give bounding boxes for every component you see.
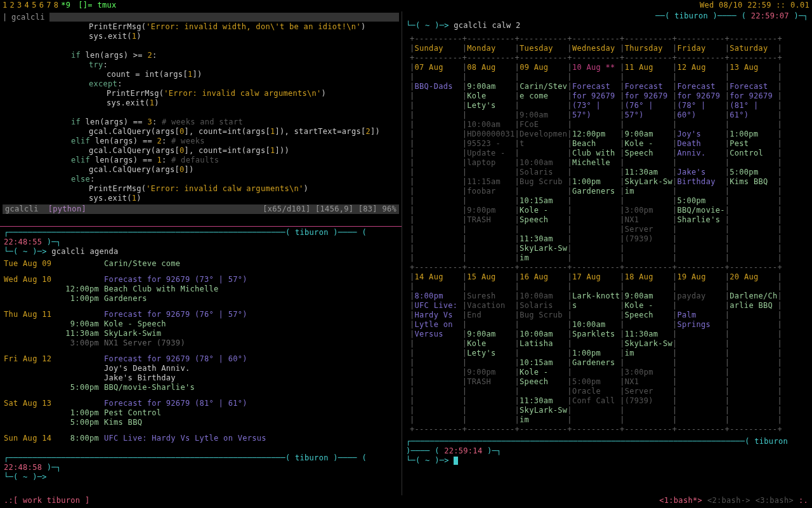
agenda-row: 3:00pmNX1 Server (7939): [4, 338, 398, 348]
cal-row: |Lytle on | | |10:00am | |Springs | |: [406, 320, 808, 330]
agenda-row: 11:30amSkyLark-Swim: [4, 329, 398, 338]
tmux-clock: Wed 08/10 22:59 :: 0.01: [700, 1, 809, 10]
cal-row: |Sunday |Monday |Tuesday |Wednesday |Thu…: [406, 44, 808, 53]
tmux-window-2[interactable]: <3:bash>: [756, 496, 794, 505]
editor-pane[interactable]: | gcalcli PrintErrMsg('Error: invalid wi…: [0, 11, 402, 226]
tmux-tab-7[interactable]: 7: [46, 1, 51, 10]
cal-row: | |Kole |e come |for 92679 |for 92679 |f…: [406, 91, 808, 101]
cal-row: | | |im | | | | |: [406, 253, 808, 263]
agenda-cmd: gcalcli agenda: [51, 247, 118, 256]
cal-row: | |Update - | |Club with |Speech |Anniv.…: [406, 149, 808, 158]
cal-row: | |95523 - |t |Beach |Kole - |Death |Pes…: [406, 139, 808, 149]
cal-row: | | |im | | | | |: [406, 415, 808, 425]
cal-row: | |9:00pm |Kole - | |3:00pm |BBQ/movie-|…: [406, 206, 808, 215]
cal-row: | | | |Oracle |Server | | |: [406, 387, 808, 396]
agenda-row: Thu Aug 11Forecast for 92679 (76° | 57°): [4, 310, 398, 319]
code-line: try:: [3, 60, 399, 70]
cal-row: | |Kole |Latisha | |SkyLark-Sw| | |: [406, 339, 808, 349]
agenda-row: Tue Aug 09Carin/Steve come: [4, 259, 398, 269]
cal-row: | | | | | | | |: [406, 282, 808, 291]
cal-row: |8:00pm |Suresh |10:00am |Lark-knott|9:0…: [406, 291, 808, 301]
agenda-row: Wed Aug 10Forecast for 92679 (73° | 57°): [4, 275, 398, 284]
file-tab-bar: [49, 13, 399, 22]
tmux-topbar: 12345678*9[]= tmux Wed 08/10 22:59 :: 0.…: [0, 0, 812, 11]
agenda-row: 1:00pmPest Control: [4, 408, 398, 418]
cal-row: |14 Aug |15 Aug |16 Aug |17 Aug |18 Aug …: [406, 272, 808, 282]
code-line: PrintErrMsg('Error: invalid calw argumen…: [3, 184, 399, 194]
tmux-tab-9[interactable]: *9: [61, 1, 70, 10]
cal-row: | |10:00am |FCoE | | | | |: [406, 120, 808, 130]
editor-statusline: gcalcli [python] [x65/d101] [1456,9] [83…: [3, 204, 399, 214]
cal-row: |Hardy Vs |End |Bug Scrub | |Speech |Pal…: [406, 311, 808, 320]
tmux-tab-5[interactable]: 5: [32, 1, 37, 10]
cal-row: |Versus |9:00am |10:00am |Sparklets |11:…: [406, 330, 808, 339]
calw-pane[interactable]: ──( tiburon )──── ( 22:59:07 )─┐ └─( ~ )…: [402, 11, 812, 467]
agenda-row: Sat Aug 13Forecast for 92679 (81° | 61°): [4, 399, 398, 408]
agenda-row: 12:00pmBeach Club with Michelle: [4, 284, 398, 294]
cal-row: | | | | |Server | | |: [406, 225, 808, 234]
code-line: [3, 41, 399, 51]
code-line: except:: [3, 79, 399, 89]
cursor-icon: [454, 457, 458, 465]
editor-filename: gcalcli: [11, 13, 49, 22]
code-line: else:: [3, 175, 399, 184]
agenda-row: Jake's Birthday: [4, 373, 398, 383]
cal-row: | | |SkyLark-Sw| | | | |: [406, 406, 808, 415]
code-line: sys.exit(1): [3, 194, 399, 203]
code-line: elif len(args) == 1: # defaults: [3, 156, 399, 165]
cal-row: | | |SkyLark-Sw| | | | |: [406, 244, 808, 253]
cal-row: | |TRASH |Speech | |NX1 |Sharlie's | |: [406, 215, 808, 225]
cal-row: | | |11:30am | |(7939) | | |: [406, 234, 808, 244]
calw-cmd: gcalcli calw 2: [454, 21, 520, 30]
tmux-window-1[interactable]: <2:bash->: [707, 496, 750, 505]
code-line: [3, 108, 399, 117]
tmux-tab-list: 12345678*9[]= tmux: [3, 1, 119, 10]
agenda-row: 9:00amKole - Speech: [4, 319, 398, 329]
cal-row: | |laptop |10:00am |Michelle | | | |: [406, 158, 808, 168]
tmux-bottombar: .:[ work tiburon ] <1:bash*><2:bash-><3:…: [0, 495, 812, 507]
code-line: sys.exit(1): [3, 32, 399, 41]
agenda-row: 5:00pmKims BBQ: [4, 418, 398, 427]
agenda-row: Fri Aug 12Forecast for 92679 (78° | 60°): [4, 354, 398, 364]
cal-row: | |TRASH |Speech |5:00pm |NX1 | | |: [406, 377, 808, 387]
cal-row: | |Lety's | |(73° | |(76° | |(78° | |(81…: [406, 101, 808, 110]
cal-row: | |11:15am |Bug Scrub |1:00pm |SkyLark-S…: [406, 177, 808, 187]
cal-row: | | |9:00am |57°) |57°) |60°) |61°) |: [406, 110, 808, 120]
cal-row: | | |10:15am |Gardeners | | | |: [406, 358, 808, 368]
code-line: elif len(args) == 2: # weeks: [3, 137, 399, 146]
tmux-window-0[interactable]: <1:bash*>: [659, 496, 702, 505]
tmux-tab-2[interactable]: 2: [10, 1, 15, 10]
cal-row: |BBQ-Dads |9:00am |Carin/Stev|Forecast |…: [406, 82, 808, 91]
cal-row: | | |Solaris | |11:30am |Jake's |5:00pm …: [406, 168, 808, 177]
cal-row: | | |10:15am | | |5:00pm | |: [406, 196, 808, 206]
code-line: gcal.CalQuery(args[0], count=int(args[1]…: [3, 127, 399, 137]
cal-row: | |foobar | |Gardeners |im | | |: [406, 187, 808, 196]
cal-row: | | | | | | | |: [406, 72, 808, 82]
code-line: sys.exit(1): [3, 98, 399, 108]
tmux-tab-1[interactable]: 1: [3, 1, 8, 10]
code-line: count = int(args[1]): [3, 70, 399, 79]
agenda-row: Sun Aug 148:00pmUFC Live: Hardy Vs Lytle…: [4, 434, 398, 443]
code-line: if len(args) >= 2:: [3, 51, 399, 60]
agenda-pane[interactable]: ┌───────────────────────────────────────…: [0, 227, 402, 483]
cal-row: |UFC Live: |Vacation |Solaris |s |Kole -…: [406, 301, 808, 311]
tmux-tab-6[interactable]: 6: [39, 1, 44, 10]
cal-row: | |Lety's | |1:00pm |im | | |: [406, 349, 808, 358]
fold-icon: |: [3, 13, 11, 22]
cal-row: |07 Aug |08 Aug |09 Aug |10 Aug ** |11 A…: [406, 63, 808, 72]
code-line: PrintErrMsg('Error: invalid calw argumen…: [3, 89, 399, 98]
tmux-tab-3[interactable]: 3: [17, 1, 22, 10]
code-line: if len(args) == 3: # weeks and start: [3, 117, 399, 127]
code-line: PrintErrMsg('Error: invalid width, don\'…: [3, 22, 399, 32]
tmux-tab-8[interactable]: 8: [54, 1, 59, 10]
cal-row: | | |11:30am |Conf Call |(7939) | | |: [406, 396, 808, 406]
tmux-tab-4[interactable]: 4: [25, 1, 30, 10]
cal-row: | |HD00000031|Developmen|12:00pm |9:00am…: [406, 130, 808, 139]
code-line: gcal.CalQuery(args[0]): [3, 165, 399, 175]
cal-row: | |9:00pm |Kole - | |3:00pm | | |: [406, 368, 808, 377]
agenda-row: 5:00pmBBQ/movie-Sharlie's: [4, 383, 398, 392]
agenda-row: 1:00pmGardeners: [4, 294, 398, 304]
agenda-row: Joy's Death Anniv.: [4, 364, 398, 373]
code-line: gcal.CalQuery(args[0], count=int(args[1]…: [3, 146, 399, 156]
